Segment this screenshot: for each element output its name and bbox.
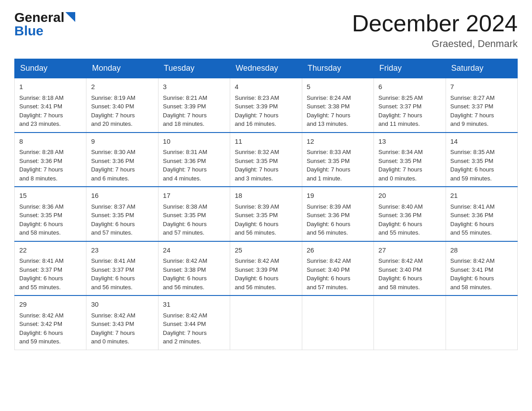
day-number: 18: [235, 191, 297, 201]
sunrise-text: Sunrise: 8:42 AM: [378, 257, 423, 264]
sunset-text: Sunset: 3:36 PM: [91, 158, 134, 164]
daylight-minutes: and 58 minutes.: [378, 284, 420, 291]
sunset-text: Sunset: 3:36 PM: [19, 158, 62, 164]
sunrise-text: Sunrise: 8:41 AM: [19, 257, 64, 264]
calendar-day-cell: 4Sunrise: 8:23 AMSunset: 3:39 PMDaylight…: [230, 78, 302, 133]
daylight-text: Daylight: 7 hours: [163, 330, 207, 336]
day-number: 2: [91, 82, 153, 92]
sunrise-text: Sunrise: 8:42 AM: [235, 257, 279, 264]
daylight-text: Daylight: 7 hours: [91, 330, 135, 336]
sunrise-text: Sunrise: 8:42 AM: [91, 312, 135, 319]
daylight-minutes: and 56 minutes.: [235, 284, 276, 291]
calendar-week-row: 15Sunrise: 8:36 AMSunset: 3:35 PMDayligh…: [15, 187, 518, 241]
day-number: 15: [19, 191, 82, 201]
daylight-minutes: and 16 minutes.: [235, 120, 276, 127]
sunset-text: Sunset: 3:38 PM: [307, 103, 350, 110]
daylight-text: Daylight: 7 hours: [91, 166, 135, 173]
daylight-text: Daylight: 7 hours: [235, 166, 279, 173]
sunrise-text: Sunrise: 8:19 AM: [91, 94, 135, 101]
daylight-text: Daylight: 7 hours: [19, 112, 63, 119]
logo-blue-text: Blue: [14, 23, 43, 39]
sunrise-text: Sunrise: 8:18 AM: [19, 94, 64, 101]
calendar-week-row: 22Sunrise: 8:41 AMSunset: 3:37 PMDayligh…: [15, 241, 518, 296]
sunrise-text: Sunrise: 8:38 AM: [163, 203, 207, 210]
calendar-day-cell: 12Sunrise: 8:33 AMSunset: 3:35 PMDayligh…: [302, 133, 373, 187]
daylight-minutes: and 23 minutes.: [19, 120, 61, 127]
daylight-text: Daylight: 6 hours: [378, 275, 422, 282]
calendar-day-cell: 31Sunrise: 8:42 AMSunset: 3:44 PMDayligh…: [158, 295, 230, 350]
sunrise-text: Sunrise: 8:30 AM: [91, 149, 135, 155]
daylight-minutes: and 55 minutes.: [19, 284, 61, 291]
sunrise-text: Sunrise: 8:42 AM: [450, 257, 495, 264]
sunset-text: Sunset: 3:36 PM: [307, 212, 350, 218]
calendar-week-row: 1Sunrise: 8:18 AMSunset: 3:41 PMDaylight…: [15, 78, 518, 133]
daylight-minutes: and 9 minutes.: [450, 120, 489, 127]
sunset-text: Sunset: 3:37 PM: [378, 103, 421, 110]
daylight-text: Daylight: 7 hours: [307, 166, 351, 173]
sunrise-text: Sunrise: 8:21 AM: [163, 94, 207, 101]
sunrise-text: Sunrise: 8:42 AM: [307, 257, 351, 264]
calendar-day-cell: 17Sunrise: 8:38 AMSunset: 3:35 PMDayligh…: [158, 187, 230, 241]
logo: General Blue: [14, 11, 75, 39]
calendar-day-cell: 20Sunrise: 8:40 AMSunset: 3:36 PMDayligh…: [374, 187, 446, 241]
sunrise-text: Sunrise: 8:25 AM: [378, 94, 423, 101]
sunrise-text: Sunrise: 8:39 AM: [307, 203, 351, 210]
daylight-text: Daylight: 7 hours: [307, 112, 351, 119]
daylight-minutes: and 18 minutes.: [163, 120, 205, 127]
daylight-minutes: and 56 minutes.: [163, 284, 205, 291]
calendar-day-cell: 28Sunrise: 8:42 AMSunset: 3:41 PMDayligh…: [446, 241, 517, 296]
calendar-day-cell: 27Sunrise: 8:42 AMSunset: 3:40 PMDayligh…: [374, 241, 446, 296]
daylight-minutes: and 0 minutes.: [91, 338, 129, 345]
daylight-text: Daylight: 6 hours: [91, 275, 135, 282]
calendar-day-cell: 1Sunrise: 8:18 AMSunset: 3:41 PMDaylight…: [15, 78, 86, 133]
day-number: 31: [163, 300, 225, 310]
sunset-text: Sunset: 3:40 PM: [378, 266, 421, 273]
daylight-minutes: and 59 minutes.: [19, 338, 61, 345]
day-number: 11: [235, 137, 297, 147]
calendar-week-row: 8Sunrise: 8:28 AMSunset: 3:36 PMDaylight…: [15, 133, 518, 187]
weekday-header-row: SundayMondayTuesdayWednesdayThursdayFrid…: [15, 59, 518, 78]
daylight-minutes: and 59 minutes.: [450, 175, 492, 182]
calendar-day-cell: 29Sunrise: 8:42 AMSunset: 3:42 PMDayligh…: [15, 295, 86, 350]
calendar-day-cell: 15Sunrise: 8:36 AMSunset: 3:35 PMDayligh…: [15, 187, 86, 241]
sunrise-text: Sunrise: 8:33 AM: [307, 149, 351, 155]
day-number: 27: [378, 245, 441, 256]
weekday-header-tuesday: Tuesday: [158, 59, 230, 78]
sunset-text: Sunset: 3:39 PM: [235, 103, 278, 110]
sunset-text: Sunset: 3:39 PM: [163, 103, 206, 110]
weekday-header-saturday: Saturday: [446, 59, 517, 78]
daylight-minutes: and 13 minutes.: [307, 120, 348, 127]
day-number: 14: [450, 137, 513, 147]
daylight-minutes: and 57 minutes.: [91, 229, 133, 236]
empty-calendar-cell: [302, 295, 373, 350]
calendar-day-cell: 6Sunrise: 8:25 AMSunset: 3:37 PMDaylight…: [374, 78, 446, 133]
daylight-text: Daylight: 7 hours: [450, 112, 494, 119]
day-number: 1: [19, 82, 82, 92]
day-number: 29: [19, 300, 82, 310]
daylight-minutes: and 3 minutes.: [235, 175, 273, 182]
daylight-minutes: and 6 minutes.: [91, 175, 129, 182]
sunset-text: Sunset: 3:40 PM: [307, 266, 350, 273]
sunset-text: Sunset: 3:41 PM: [19, 103, 62, 110]
daylight-minutes: and 56 minutes.: [91, 284, 133, 291]
daylight-minutes: and 4 minutes.: [163, 175, 201, 182]
calendar-day-cell: 5Sunrise: 8:24 AMSunset: 3:38 PMDaylight…: [302, 78, 373, 133]
calendar-day-cell: 16Sunrise: 8:37 AMSunset: 3:35 PMDayligh…: [86, 187, 158, 241]
day-number: 16: [91, 191, 153, 201]
weekday-header-thursday: Thursday: [302, 59, 373, 78]
day-number: 10: [163, 137, 225, 147]
day-number: 19: [307, 191, 369, 201]
daylight-text: Daylight: 6 hours: [450, 221, 494, 227]
daylight-text: Daylight: 7 hours: [91, 112, 135, 119]
sunset-text: Sunset: 3:36 PM: [378, 212, 421, 218]
sunset-text: Sunset: 3:36 PM: [163, 158, 206, 164]
location-text: Graested, Denmark: [352, 38, 518, 50]
sunrise-text: Sunrise: 8:36 AM: [19, 203, 64, 210]
daylight-minutes: and 11 minutes.: [378, 120, 420, 127]
daylight-text: Daylight: 6 hours: [19, 221, 63, 227]
sunrise-text: Sunrise: 8:23 AM: [235, 94, 279, 101]
sunset-text: Sunset: 3:35 PM: [378, 158, 421, 164]
sunrise-text: Sunrise: 8:27 AM: [450, 94, 495, 101]
day-number: 6: [378, 82, 441, 92]
day-number: 5: [307, 82, 369, 92]
